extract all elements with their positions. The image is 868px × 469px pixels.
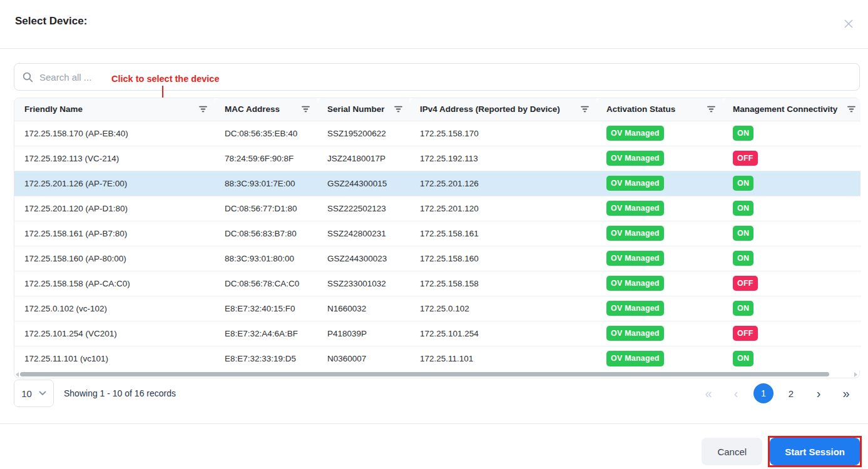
cell-serial-number: GSZ244300015 — [317, 171, 410, 196]
table-row[interactable]: 172.25.201.120 (AP-D1:80) DC:08:56:77:D1… — [14, 196, 860, 221]
column-label: MAC Address — [225, 104, 280, 114]
cell-management-connectivity: OFF — [723, 271, 860, 296]
cell-friendly-name: 172.25.158.158 (AP-CA:C0) — [14, 271, 215, 296]
cell-friendly-name: 172.25.201.126 (AP-7E:00) — [14, 171, 215, 196]
table-row[interactable]: 172.25.158.160 (AP-80:00) 88:3C:93:01:80… — [14, 246, 860, 271]
column-header[interactable]: Activation Status — [596, 98, 723, 121]
footer-divider — [0, 423, 868, 424]
table-row[interactable]: 172.25.192.113 (VC-214) 78:24:59:6F:90:8… — [14, 146, 860, 171]
page-button-1[interactable]: 1 — [753, 383, 774, 403]
table-row[interactable]: 172.25.201.126 (AP-7E:00) 88:3C:93:01:7E… — [14, 171, 860, 196]
column-label: Serial Number — [327, 104, 385, 114]
filter-icon[interactable] — [581, 106, 589, 113]
column-label: Friendly Name — [24, 104, 83, 114]
cell-activation-status: OV Managed — [596, 121, 723, 146]
connectivity-badge: OFF — [733, 276, 758, 291]
cell-mac-address: E8:E7:32:A4:6A:BF — [215, 321, 317, 346]
first-page-button[interactable]: « — [695, 387, 722, 400]
column-label: Activation Status — [606, 104, 675, 114]
cell-friendly-name: 172.25.192.113 (VC-214) — [14, 146, 215, 171]
page-size-select[interactable]: 10 — [14, 380, 54, 407]
column-header[interactable]: IPv4 Address (Reported by Device) — [410, 98, 596, 121]
cell-management-connectivity: ON — [723, 196, 860, 221]
table-row[interactable]: 172.25.101.254 (VC201) E8:E7:32:A4:6A:BF… — [14, 321, 860, 346]
page-button-2[interactable]: 2 — [777, 383, 805, 403]
connectivity-badge: ON — [733, 126, 753, 141]
connectivity-badge: ON — [733, 226, 753, 241]
activation-badge: OV Managed — [606, 151, 664, 166]
cell-management-connectivity: ON — [723, 171, 860, 196]
activation-badge: OV Managed — [606, 176, 664, 191]
cell-ipv4-address: 172.25.201.126 — [410, 171, 596, 196]
cell-activation-status: OV Managed — [596, 321, 723, 346]
filter-icon[interactable] — [302, 106, 310, 113]
filter-icon[interactable] — [847, 106, 855, 113]
next-page-button[interactable]: › — [805, 387, 832, 400]
start-session-highlight: Start Session — [768, 436, 862, 467]
activation-badge: OV Managed — [606, 301, 664, 316]
activation-badge: OV Managed — [606, 226, 664, 241]
records-summary: Showing 1 - 10 of 16 records — [64, 388, 176, 398]
cell-ipv4-address: 172.25.0.102 — [410, 296, 596, 321]
device-table-header: Friendly Name MAC Address — [14, 98, 860, 121]
select-device-modal: Select Device: Click to select the devic… — [0, 0, 868, 469]
cell-management-connectivity: ON — [723, 221, 860, 246]
column-header[interactable]: Management Connectivity — [723, 98, 860, 121]
last-page-button[interactable]: » — [832, 387, 860, 400]
filter-icon[interactable] — [394, 106, 402, 113]
column-header[interactable]: Serial Number — [317, 98, 410, 121]
table-row[interactable]: 172.25.158.170 (AP-EB:40) DC:08:56:35:EB… — [14, 121, 860, 146]
table-row[interactable]: 172.25.0.102 (vc-102) E8:E7:32:40:15:F0 … — [14, 296, 860, 321]
cell-activation-status: OV Managed — [596, 171, 723, 196]
cell-activation-status: OV Managed — [596, 221, 723, 246]
table-row[interactable]: 172.25.158.158 (AP-CA:C0) DC:08:56:78:CA… — [14, 271, 860, 296]
table-row[interactable]: 172.25.158.161 (AP-B7:80) DC:08:56:83:B7… — [14, 221, 860, 246]
cell-ipv4-address: 172.25.158.160 — [410, 246, 596, 271]
cell-activation-status: OV Managed — [596, 246, 723, 271]
cell-ipv4-address: 172.25.158.158 — [410, 271, 596, 296]
cell-activation-status: OV Managed — [596, 346, 723, 371]
footer-buttons: Cancel Start Session — [702, 436, 862, 467]
cell-ipv4-address: 172.25.158.170 — [410, 121, 596, 146]
table-row[interactable]: 172.25.11.101 (vc101) E8:E7:32:33:19:D5 … — [14, 346, 860, 371]
scroll-right-icon[interactable] — [854, 372, 857, 377]
scroll-left-icon[interactable] — [16, 372, 19, 377]
connectivity-badge: OFF — [733, 326, 758, 341]
cell-serial-number: SSZ195200622 — [317, 121, 410, 146]
close-button[interactable] — [842, 18, 855, 31]
cell-activation-status: OV Managed — [596, 271, 723, 296]
cell-serial-number: GSZ244300023 — [317, 246, 410, 271]
cell-friendly-name: 172.25.0.102 (vc-102) — [14, 296, 215, 321]
column-header[interactable]: MAC Address — [215, 98, 317, 121]
cell-mac-address: DC:08:56:77:D1:80 — [215, 196, 317, 221]
close-icon — [844, 19, 853, 30]
connectivity-badge: ON — [733, 176, 753, 191]
column-header[interactable]: Friendly Name — [14, 98, 215, 121]
cell-friendly-name: 172.25.201.120 (AP-D1:80) — [14, 196, 215, 221]
cell-mac-address: DC:08:56:35:EB:40 — [215, 121, 317, 146]
prev-page-button[interactable]: ‹ — [722, 387, 750, 400]
cell-serial-number: JSZ24180017P — [317, 146, 410, 171]
start-session-button[interactable]: Start Session — [770, 438, 860, 465]
chevron-down-icon — [39, 391, 46, 396]
connectivity-badge: ON — [733, 301, 753, 316]
cell-mac-address: E8:E7:32:40:15:F0 — [215, 296, 317, 321]
cell-serial-number: SSZ222502123 — [317, 196, 410, 221]
cell-friendly-name: 172.25.158.170 (AP-EB:40) — [14, 121, 215, 146]
activation-badge: OV Managed — [606, 126, 664, 141]
cell-management-connectivity: ON — [723, 296, 860, 321]
filter-icon[interactable] — [707, 106, 715, 113]
cell-activation-status: OV Managed — [596, 146, 723, 171]
annotation-label: Click to select the device — [111, 74, 219, 84]
cell-mac-address: DC:08:56:78:CA:C0 — [215, 271, 317, 296]
horizontal-scrollbar[interactable] — [14, 371, 859, 378]
scrollbar-thumb[interactable] — [20, 372, 829, 376]
cancel-button[interactable]: Cancel — [702, 438, 762, 465]
cell-management-connectivity: ON — [723, 121, 860, 146]
filter-icon[interactable] — [199, 106, 207, 113]
device-table-body: 172.25.158.170 (AP-EB:40) DC:08:56:35:EB… — [14, 121, 860, 371]
connectivity-badge: ON — [733, 201, 753, 216]
cell-mac-address: E8:E7:32:33:19:D5 — [215, 346, 317, 371]
cell-serial-number: SSZ233001032 — [317, 271, 410, 296]
activation-badge: OV Managed — [606, 351, 664, 366]
